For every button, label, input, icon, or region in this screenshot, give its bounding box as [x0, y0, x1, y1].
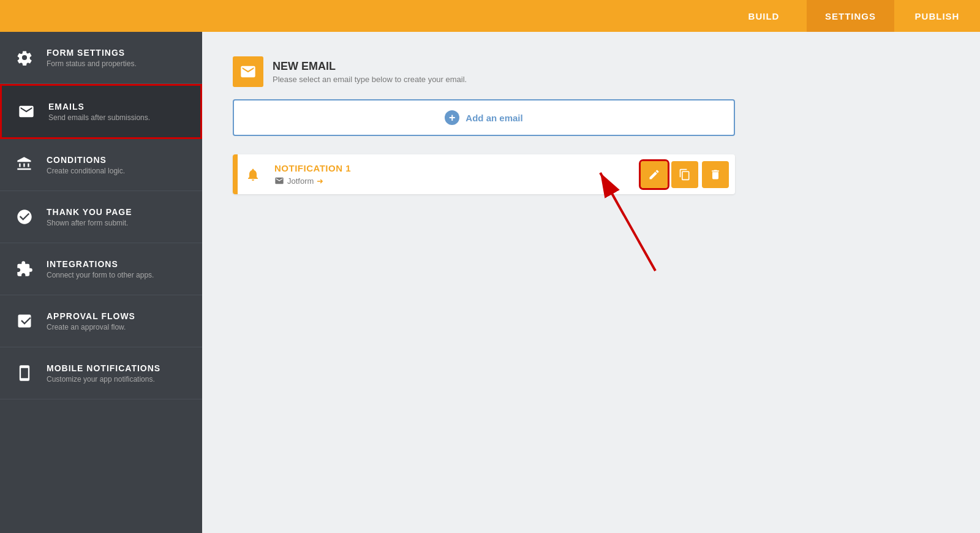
sidebar-item-integrations[interactable]: INTEGRATIONS Connect your form to other …: [0, 243, 202, 295]
approval-icon: [12, 309, 37, 333]
add-email-button[interactable]: + Add an email: [233, 99, 735, 136]
new-email-info: NEW EMAIL Please select an email type be…: [273, 60, 467, 84]
sidebar-integrations-subtitle: Connect your form to other apps.: [47, 271, 154, 279]
check-circle-icon: [12, 205, 37, 229]
sidebar-thankyou-title: THANK YOU PAGE: [47, 207, 132, 217]
sidebar-mobile-title: MOBILE NOTIFICATIONS: [47, 363, 160, 373]
sidebar-item-conditions[interactable]: CONDITIONS Create conditional logic.: [0, 139, 202, 191]
notification-name: NOTIFICATION 1: [274, 163, 628, 173]
sidebar-thankyou-text: THANK YOU PAGE Shown after form submit.: [47, 207, 132, 227]
new-email-icon: [233, 56, 263, 87]
sidebar-integrations-text: INTEGRATIONS Connect your form to other …: [47, 259, 154, 279]
edit-notification-button[interactable]: [641, 161, 668, 188]
sidebar-item-mobile-notifications[interactable]: MOBILE NOTIFICATIONS Customize your app …: [0, 347, 202, 399]
sidebar-item-approval-flows[interactable]: APPROVAL FLOWS Create an approval flow.: [0, 295, 202, 347]
gear-icon: [12, 45, 37, 70]
sidebar-mobile-text: MOBILE NOTIFICATIONS Customize your app …: [47, 363, 160, 384]
notification-arrow: ➜: [317, 176, 323, 186]
sidebar-form-settings-subtitle: Form status and properties.: [47, 59, 137, 68]
delete-notification-button[interactable]: [702, 161, 729, 188]
sidebar-form-settings-text: FORM SETTINGS Form status and properties…: [47, 48, 137, 68]
sidebar-thankyou-subtitle: Shown after form submit.: [47, 219, 132, 227]
tab-publish[interactable]: PUBLISH: [894, 0, 980, 32]
mobile-icon: [12, 361, 37, 385]
top-nav: BUILD SETTINGS PUBLISH: [0, 0, 980, 32]
notification-details: Jotform ➜: [274, 176, 628, 186]
sidebar-emails-title: EMAILS: [48, 102, 150, 112]
sidebar-conditions-text: CONDITIONS Create conditional logic.: [47, 155, 125, 175]
sidebar-form-settings-title: FORM SETTINGS: [47, 48, 137, 58]
tab-build[interactable]: BUILD: [721, 0, 807, 32]
sidebar-emails-text: EMAILS Send emails after submissions.: [48, 102, 150, 122]
sidebar-conditions-subtitle: Create conditional logic.: [47, 167, 125, 175]
sidebar-item-emails[interactable]: EMAILS Send emails after submissions.: [0, 84, 202, 139]
new-email-subtitle: Please select an email type below to cre…: [273, 75, 467, 84]
sidebar-mobile-subtitle: Customize your app notifications.: [47, 375, 160, 384]
sidebar-approval-title: APPROVAL FLOWS: [47, 311, 135, 321]
sidebar-emails-subtitle: Send emails after submissions.: [48, 113, 150, 122]
sidebar-integrations-title: INTEGRATIONS: [47, 259, 154, 269]
content-area: NEW EMAIL Please select an email type be…: [202, 32, 980, 533]
clone-notification-button[interactable]: [671, 161, 698, 188]
tab-settings[interactable]: SETTINGS: [807, 0, 894, 32]
notification-row: NOTIFICATION 1 Jotform ➜: [233, 154, 735, 194]
add-email-label: Add an email: [466, 113, 522, 123]
notification-bell-icon: [238, 155, 268, 194]
notification-actions: [635, 155, 735, 194]
plus-icon: +: [445, 110, 459, 125]
new-email-header: NEW EMAIL Please select an email type be…: [233, 56, 949, 87]
puzzle-icon: [12, 257, 37, 281]
notification-info: NOTIFICATION 1 Jotform ➜: [268, 154, 635, 194]
sidebar-conditions-title: CONDITIONS: [47, 155, 125, 165]
sidebar-item-thank-you[interactable]: THANK YOU PAGE Shown after form submit.: [0, 191, 202, 243]
sidebar-item-form-settings[interactable]: FORM SETTINGS Form status and properties…: [0, 32, 202, 84]
new-email-title: NEW EMAIL: [273, 60, 467, 73]
sidebar: FORM SETTINGS Form status and properties…: [0, 32, 202, 533]
notification-from: Jotform: [287, 176, 314, 186]
sidebar-approval-subtitle: Create an approval flow.: [47, 323, 135, 331]
email-icon: [14, 99, 39, 124]
notification-color-bar: [233, 154, 238, 194]
conditions-icon: [12, 153, 37, 177]
sidebar-approval-text: APPROVAL FLOWS Create an approval flow.: [47, 311, 135, 331]
main-content: FORM SETTINGS Form status and properties…: [0, 32, 980, 533]
